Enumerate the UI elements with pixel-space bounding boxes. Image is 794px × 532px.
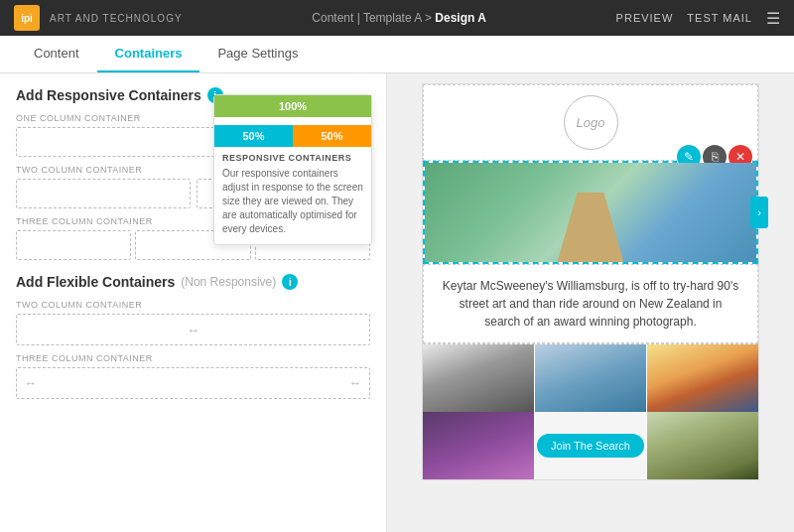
canvas-expand-handle[interactable]: › xyxy=(750,197,768,228)
tab-page-settings[interactable]: Page Settings xyxy=(199,36,316,72)
main-layout: Add Responsive Containers i ONE COLUMN C… xyxy=(0,73,794,532)
flexible-info-icon[interactable]: i xyxy=(282,274,298,290)
tooltip-text: Our responsive containers adjust in resp… xyxy=(222,167,363,236)
canvas-text-block: Keytar McSweeney's Williamsburg, is off … xyxy=(423,264,758,343)
tooltip-content: RESPONSIVE CONTAINERS Our responsive con… xyxy=(214,147,371,236)
left-panel: Add Responsive Containers i ONE COLUMN C… xyxy=(0,73,387,532)
three-col-a xyxy=(16,230,131,260)
grid-img-3-bg xyxy=(647,344,758,412)
resize-handle-right-icon: ↔ xyxy=(349,376,361,390)
flex-three-column-container[interactable]: ↔ ↔ xyxy=(16,367,370,399)
grid-img-5-cta: Join The Search xyxy=(535,412,646,479)
top-nav: ipi ART AND TECHNOLOGY Content | Templat… xyxy=(0,0,794,36)
grid-img-6 xyxy=(647,412,758,479)
email-canvas: Logo ✎ ⎘ ✕ › Keytar McSweeney's Williams… xyxy=(422,83,759,480)
join-the-search-button[interactable]: Join The Search xyxy=(537,434,644,458)
logo-icon: ipi xyxy=(14,5,40,31)
tooltip-box: 100% 50% 50% RESPONSIVE CONTAINERS Our r… xyxy=(213,94,372,245)
tab-containers[interactable]: Containers xyxy=(97,36,200,72)
canvas-logo: Logo xyxy=(564,95,618,150)
tooltip-title: RESPONSIVE CONTAINERS xyxy=(222,153,363,163)
resize-handle-icon: ↔ xyxy=(187,323,199,337)
flexible-section-title: Add Flexible Containers (Non Responsive)… xyxy=(16,274,370,290)
grid-img-4 xyxy=(423,412,534,479)
grid-img-3 xyxy=(647,344,758,412)
preview-button[interactable]: PREVIEW xyxy=(616,12,674,24)
non-responsive-label: (Non Responsive) xyxy=(181,275,276,289)
breadcrumb: Content | Template A > Design A xyxy=(193,11,606,25)
flex-three-column-label: THREE COLUMN CONTAINER xyxy=(16,353,370,363)
brand-label: ART AND TECHNOLOGY xyxy=(50,13,183,24)
tooltip-bar-100: 100% xyxy=(214,95,371,117)
canvas-grid-top xyxy=(423,343,758,412)
nav-actions: PREVIEW TEST MAIL ☰ xyxy=(616,9,780,28)
canvas-grid-bottom: Join The Search xyxy=(423,412,758,479)
tooltip-bar-50-left: 50% xyxy=(214,125,293,147)
two-col-left xyxy=(16,179,191,208)
resize-handle-left-icon: ↔ xyxy=(25,376,37,390)
tooltip-bar-50-right: 50% xyxy=(293,125,371,147)
testmail-button[interactable]: TEST MAIL xyxy=(687,12,752,24)
flex-two-column-container[interactable]: ↔ xyxy=(16,314,370,345)
tabs-row: Content Containers Page Settings xyxy=(0,36,794,73)
hamburger-icon[interactable]: ☰ xyxy=(766,9,780,28)
grid-img-1-bg xyxy=(423,344,534,412)
grid-img-1 xyxy=(423,344,534,412)
canvas-body-text: Keytar McSweeney's Williamsburg, is off … xyxy=(442,277,739,331)
canvas-hero-image xyxy=(425,163,756,262)
grid-img-2-bg xyxy=(535,344,646,412)
flex-two-column-label: TWO COLUMN CONTAINER xyxy=(16,300,370,310)
canvas-hero-block[interactable]: ✎ ⎘ ✕ › xyxy=(423,161,758,264)
right-panel: Logo ✎ ⎘ ✕ › Keytar McSweeney's Williams… xyxy=(387,73,794,532)
grid-img-2 xyxy=(535,344,646,412)
tab-content[interactable]: Content xyxy=(16,36,97,72)
